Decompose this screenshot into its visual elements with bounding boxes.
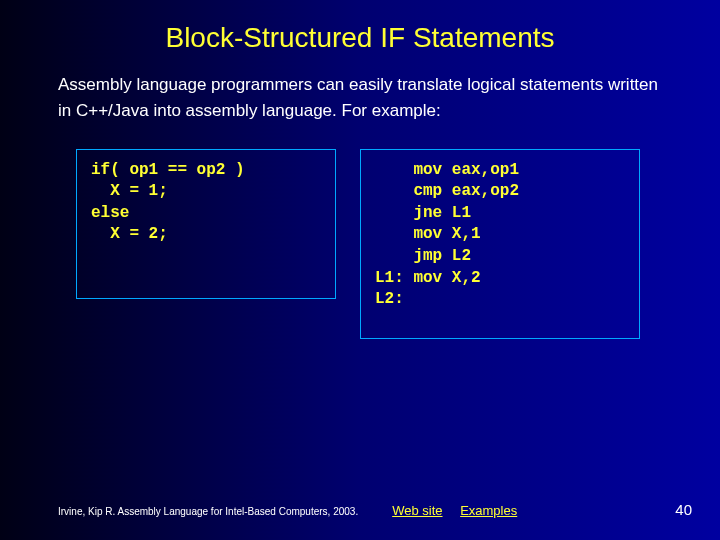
footer-credit: Irvine, Kip R. Assembly Language for Int… — [0, 506, 358, 517]
slide: Block-Structured IF Statements Assembly … — [0, 0, 720, 540]
code-boxes-row: if( op1 == op2 ) X = 1; else X = 2; mov … — [0, 125, 720, 339]
body-paragraph: Assembly language programmers can easily… — [0, 72, 720, 125]
slide-title: Block-Structured IF Statements — [0, 0, 720, 72]
link-examples[interactable]: Examples — [460, 503, 517, 518]
code-box-assembly: mov eax,op1 cmp eax,op2 jne L1 mov X,1 j… — [360, 149, 640, 339]
page-number: 40 — [675, 501, 692, 518]
code-box-highlevel: if( op1 == op2 ) X = 1; else X = 2; — [76, 149, 336, 299]
footer: Irvine, Kip R. Assembly Language for Int… — [0, 503, 720, 518]
link-website[interactable]: Web site — [392, 503, 442, 518]
footer-links: Web site Examples — [358, 503, 517, 518]
